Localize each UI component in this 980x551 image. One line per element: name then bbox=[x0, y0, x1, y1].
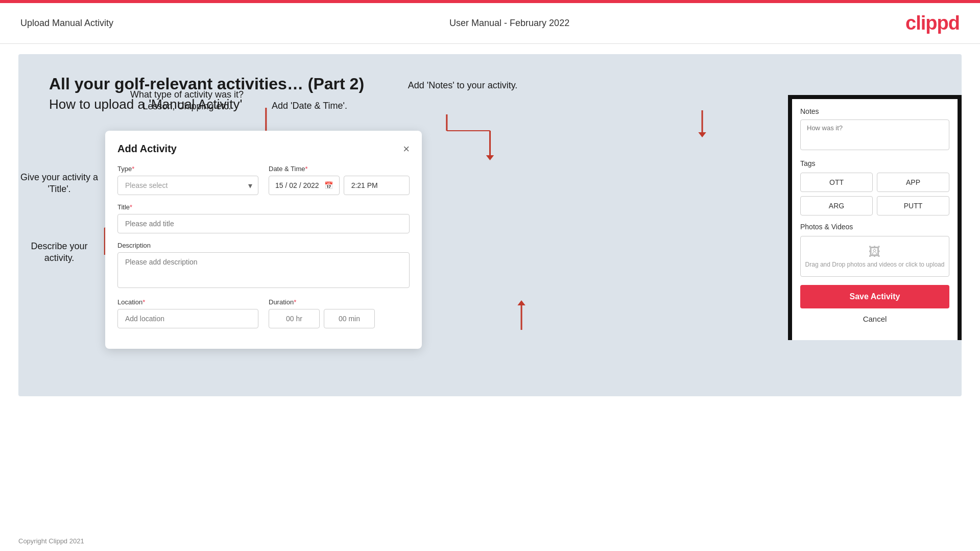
form-row-location-duration: Location* Duration* bbox=[117, 298, 410, 328]
header: Upload Manual Activity User Manual - Feb… bbox=[0, 3, 980, 44]
datetime-group: 15 / 02 / 2022 📅 2:21 PM bbox=[269, 176, 410, 195]
logo: clippd bbox=[905, 12, 960, 34]
type-label: Type* bbox=[117, 165, 258, 173]
upload-text: Drag and Drop photos and videos or click… bbox=[805, 261, 945, 268]
location-input[interactable] bbox=[117, 309, 258, 328]
upload-icon: 🖼 bbox=[869, 245, 881, 259]
calendar-icon: 📅 bbox=[324, 181, 333, 189]
title-label: Title* bbox=[117, 203, 410, 211]
duration-label: Duration* bbox=[269, 298, 410, 306]
annotation-activity-type: What type of activity was it? Lesson, Ch… bbox=[128, 89, 246, 113]
modal-header: Add Activity × bbox=[117, 143, 410, 155]
modal-title: Add Activity bbox=[117, 143, 177, 155]
notes-input[interactable] bbox=[800, 119, 949, 150]
photos-section-label: Photos & Videos bbox=[800, 223, 949, 231]
title-input[interactable] bbox=[117, 214, 410, 233]
title-field-group: Title* bbox=[117, 203, 410, 233]
svg-marker-18 bbox=[517, 300, 525, 305]
tags-grid: OTT APP ARG PUTT bbox=[800, 173, 949, 215]
tag-app[interactable]: APP bbox=[877, 173, 949, 192]
annotation-datetime: Add 'Date & Time'. bbox=[258, 100, 361, 112]
location-label: Location* bbox=[117, 298, 258, 306]
tag-ott[interactable]: OTT bbox=[800, 173, 873, 192]
form-row-title: Title* bbox=[117, 203, 410, 233]
annotation-notes: Add 'Notes' to your activity. bbox=[407, 80, 519, 91]
datetime-field-group: Date & Time* 15 / 02 / 2022 📅 2:21 PM bbox=[269, 165, 410, 195]
annotation-describe: Describe your activity. bbox=[18, 241, 100, 265]
description-label: Description bbox=[117, 242, 410, 249]
location-field-group: Location* bbox=[117, 298, 258, 328]
modal-close-button[interactable]: × bbox=[403, 143, 410, 155]
annotation-title: Give your activity a 'Title'. bbox=[18, 172, 100, 196]
form-row-description: Description bbox=[117, 242, 410, 290]
form-row-type-datetime: Type* Please select Date & Time* 15 / 02… bbox=[117, 165, 410, 195]
svg-marker-6 bbox=[486, 155, 494, 160]
cancel-button[interactable]: Cancel bbox=[800, 315, 949, 323]
notes-section-label: Notes bbox=[800, 107, 949, 115]
duration-group bbox=[269, 309, 410, 328]
main-content: All your golf-relevant activities… (Part… bbox=[18, 54, 962, 396]
upload-area[interactable]: 🖼 Drag and Drop photos and videos or cli… bbox=[800, 236, 949, 277]
phone-panel: Notes Tags OTT APP ARG PUTT Photos & Vid… bbox=[788, 95, 962, 340]
add-activity-modal: Add Activity × Type* Please select Date … bbox=[105, 131, 422, 349]
manual-title: User Manual - February 2022 bbox=[449, 18, 569, 29]
time-input[interactable]: 2:21 PM bbox=[344, 176, 410, 195]
page-label: Upload Manual Activity bbox=[20, 18, 113, 29]
description-field-group: Description bbox=[117, 242, 410, 290]
description-input[interactable] bbox=[117, 252, 410, 288]
svg-marker-20 bbox=[698, 132, 706, 137]
tag-putt[interactable]: PUTT bbox=[877, 196, 949, 215]
type-select[interactable]: Please select bbox=[117, 176, 258, 195]
duration-hr-input[interactable] bbox=[269, 309, 320, 328]
tag-arg[interactable]: ARG bbox=[800, 196, 873, 215]
copyright: Copyright Clippd 2021 bbox=[18, 537, 84, 545]
tags-section-label: Tags bbox=[800, 159, 949, 167]
duration-field-group: Duration* bbox=[269, 298, 410, 328]
save-activity-button[interactable]: Save Activity bbox=[800, 285, 949, 308]
date-input[interactable]: 15 / 02 / 2022 📅 bbox=[269, 176, 340, 195]
type-select-wrapper: Please select bbox=[117, 176, 258, 195]
duration-min-input[interactable] bbox=[324, 309, 375, 328]
datetime-label: Date & Time* bbox=[269, 165, 410, 173]
type-field-group: Type* Please select bbox=[117, 165, 258, 195]
